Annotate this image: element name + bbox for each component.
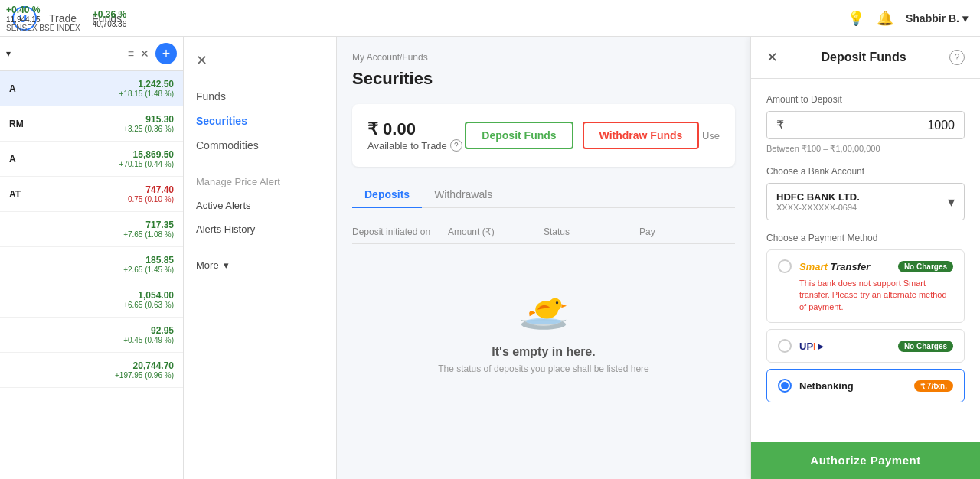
table-header: Deposit initiated on Amount (₹) Status P… [352, 220, 735, 244]
funds-sidebar: ✕ Funds Securities Commodities Manage Pr… [184, 37, 337, 479]
available-label: Available to Trade ? [368, 139, 462, 152]
user-menu[interactable]: Shabbir B. ▾ [906, 12, 968, 24]
funds-buttons: Deposit Funds Withdraw Funds [465, 122, 699, 149]
list-item[interactable]: 717.35 +7.65 (1.08 %) [0, 212, 183, 247]
radio-upi [778, 339, 792, 353]
sensex-value: 11,944.15 [6, 15, 80, 24]
col-status: Status [544, 226, 639, 237]
light-icon[interactable]: 💡 [848, 10, 864, 27]
radio-smart [778, 259, 792, 273]
sidebar-close-icon[interactable]: ✕ [196, 52, 207, 69]
payment-method-smart[interactable]: Smart Transfer No Charges This bank does… [766, 249, 965, 323]
list-item[interactable]: 20,744.70 +197.95 (0.96 %) [0, 353, 183, 388]
smart-transfer-badge: No Charges [898, 261, 953, 272]
page-title: Securities [352, 69, 735, 89]
smart-transfer-warning: This bank does not support Smart transfe… [799, 278, 953, 313]
nifty-change: +0.36 % [93, 9, 127, 20]
help-icon[interactable]: ? [450, 139, 462, 152]
amount-input-wrap: ₹ [766, 111, 965, 139]
main-content: ▾ ≡ ✕ + A 1,242.50 +18.15 (1.48 %) RM 91… [0, 37, 980, 479]
deposit-panel: ✕ Deposit Funds ? Amount to Deposit ₹ Be… [750, 37, 980, 479]
nifty-value: 40,703.36 [93, 20, 127, 28]
chevron-down-icon: ▾ [224, 259, 229, 271]
chevron-down-icon: ▾ [6, 48, 11, 59]
sidebar-more-button[interactable]: More ▾ [196, 253, 324, 277]
empty-title: It's empty in here. [492, 345, 595, 359]
bell-icon[interactable]: 🔔 [877, 10, 893, 27]
upi-badge: No Charges [898, 341, 953, 352]
sidebar-item-securities[interactable]: Securities [196, 109, 324, 133]
watchlist-items: A 1,242.50 +18.15 (1.48 %) RM 915.30 +3.… [0, 71, 183, 479]
bank-account: XXXX-XXXXXX-0694 [776, 203, 860, 212]
empty-bird-illustration [505, 275, 582, 336]
svg-marker-6 [561, 304, 567, 308]
navbar: +0.40 % 11,944.15 SENSEX BSE INDEX +0.36… [0, 0, 980, 37]
payment-method-upi[interactable]: UPI► No Charges [766, 329, 965, 363]
netbanking-badge: ₹ 7/txn. [914, 380, 953, 392]
use-label: Use [702, 130, 720, 142]
deposit-close-icon[interactable]: ✕ [766, 49, 778, 66]
deposit-funds-button[interactable]: Deposit Funds [465, 122, 573, 149]
deposit-body: Amount to Deposit ₹ Between ₹100 – ₹1,00… [751, 79, 980, 442]
empty-desc: The status of deposits you place shall b… [438, 363, 649, 374]
withdraw-funds-button[interactable]: Withdraw Funds [583, 122, 700, 149]
list-item[interactable]: RM 915.30 +3.25 (0.36 %) [0, 106, 183, 142]
radio-netbanking [778, 379, 792, 393]
sidebar-item-alerts-history[interactable]: Alerts History [196, 217, 324, 241]
bank-label: Choose a Bank Account [766, 166, 965, 177]
tab-withdrawals[interactable]: Withdrawals [422, 182, 505, 208]
watchlist-toolbar: ▾ ≡ ✕ + [0, 37, 183, 71]
svg-point-3 [526, 318, 562, 324]
netbanking-label: Netbanking [799, 380, 906, 392]
user-dropdown-icon: ▾ [962, 12, 968, 24]
sidebar-item-commodities[interactable]: Commodities [196, 133, 324, 158]
col-pay: Pay [639, 226, 735, 237]
sidebar-item-funds[interactable]: Funds [196, 84, 324, 109]
upi-label: UPI► [799, 341, 890, 352]
bank-select[interactable]: HDFC BANK LTD. XXXX-XXXXXX-0694 ▾ [766, 183, 965, 220]
list-item[interactable]: A 1,242.50 +18.15 (1.48 %) [0, 71, 183, 106]
market-strip: +0.40 % 11,944.15 SENSEX BSE INDEX +0.36… [0, 0, 184, 37]
empty-state: It's empty in here. The status of deposi… [352, 244, 735, 405]
deposit-help-icon[interactable]: ? [949, 50, 965, 65]
deposit-panel-title: Deposit Funds [821, 51, 906, 64]
list-item[interactable]: A 15,869.50 +70.15 (0.44 %) [0, 142, 183, 177]
available-amount: ₹ 0.00 [368, 119, 462, 139]
toolbar-icons: ≡ ✕ [128, 47, 149, 60]
svg-point-7 [556, 301, 558, 304]
deposit-header: ✕ Deposit Funds ? [751, 37, 980, 79]
list-item[interactable]: 185.85 +2.65 (1.45 %) [0, 247, 183, 282]
payment-method-netbanking[interactable]: Netbanking ₹ 7/txn. [766, 369, 965, 402]
list-item[interactable]: 1,054.00 +6.65 (0.63 %) [0, 282, 183, 318]
sidebar-item-active-alerts[interactable]: Active Alerts [196, 194, 324, 217]
amount-hint: Between ₹100 – ₹1,00,00,000 [766, 144, 965, 154]
tab-deposits[interactable]: Deposits [352, 182, 422, 208]
nifty-index: +0.36 % 40,703.36 [93, 9, 127, 28]
navbar-right: 💡 🔔 Shabbir B. ▾ [848, 10, 968, 27]
sensex-index: +0.40 % 11,944.15 SENSEX BSE INDEX [6, 5, 80, 32]
rupee-symbol: ₹ [776, 118, 784, 132]
col-deposit-date: Deposit initiated on [352, 226, 448, 237]
sidebar-manage-title: Manage Price Alert [196, 170, 324, 194]
svg-point-5 [549, 298, 562, 311]
tabs: Deposits Withdrawals [352, 182, 735, 208]
close-watchlist-icon[interactable]: ✕ [140, 47, 149, 60]
amount-input[interactable] [790, 119, 955, 132]
watchlist-panel: ▾ ≡ ✕ + A 1,242.50 +18.15 (1.48 %) RM 91… [0, 37, 184, 479]
bank-name: HDFC BANK LTD. [776, 191, 860, 203]
filter-icon[interactable]: ≡ [128, 47, 134, 60]
funds-card: ₹ 0.00 Available to Trade ? Deposit Fund… [352, 104, 735, 167]
authorize-payment-button[interactable]: Authorize Payment [751, 442, 980, 479]
bank-dropdown-icon: ▾ [948, 194, 955, 210]
payment-methods: Smart Transfer No Charges This bank does… [766, 249, 965, 402]
amount-label: Amount to Deposit [766, 94, 965, 105]
add-symbol-button[interactable]: + [155, 43, 177, 64]
payment-label: Choose a Payment Method [766, 233, 965, 243]
smart-transfer-label: Smart Transfer [799, 261, 890, 272]
list-item[interactable]: 92.95 +0.45 (0.49 %) [0, 318, 183, 353]
securities-content: My Account/Funds Securities ₹ 0.00 Avail… [337, 37, 750, 479]
sensex-label: SENSEX BSE INDEX [6, 24, 80, 32]
watchlist-dropdown[interactable]: ▾ [6, 48, 122, 59]
list-item[interactable]: AT 747.40 -0.75 (0.10 %) [0, 177, 183, 212]
col-amount: Amount (₹) [448, 226, 544, 237]
